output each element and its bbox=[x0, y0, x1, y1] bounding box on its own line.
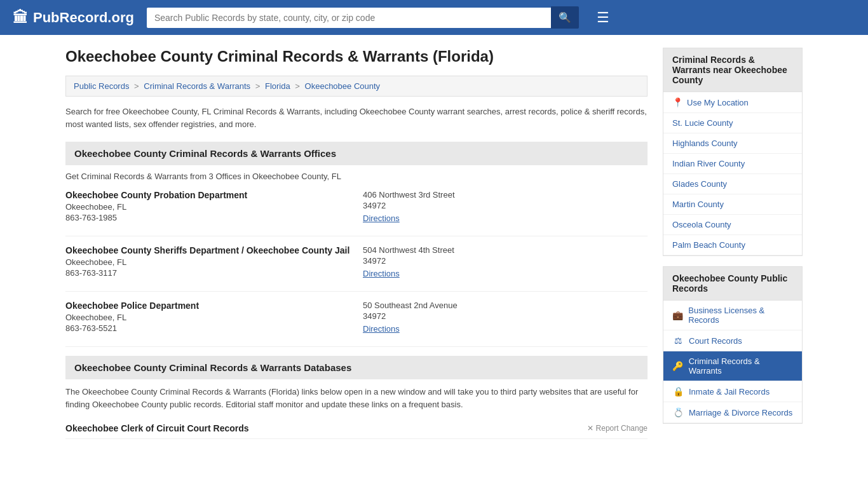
inmate-icon: 🔒 bbox=[672, 386, 684, 396]
location-icon: 📍 bbox=[672, 97, 683, 107]
office-2-name: Okeechobee County Sheriffs Department / … bbox=[65, 245, 350, 255]
nearby-county-highlands: Highlands County bbox=[663, 133, 802, 154]
nearby-county-glades-link[interactable]: Glades County bbox=[663, 174, 802, 194]
office-1-street: 406 Northwest 3rd Street bbox=[363, 190, 648, 200]
office-2-city: Okeechobee, FL bbox=[65, 257, 350, 267]
pubrecords-inmate-records-link[interactable]: 🔒 Inmate & Jail Records bbox=[663, 381, 802, 402]
breadcrumb-criminal-records[interactable]: Criminal Records & Warrants bbox=[144, 81, 250, 91]
search-button[interactable]: 🔍 bbox=[551, 6, 579, 29]
breadcrumb-sep3: > bbox=[295, 81, 302, 91]
office-3-directions[interactable]: Directions bbox=[363, 324, 400, 334]
nearby-county-palm-beach: Palm Beach County bbox=[663, 235, 802, 255]
office-3-name: Okeechobee Police Department bbox=[65, 301, 350, 311]
office-entry-1: Okeechobee County Probation Department O… bbox=[65, 190, 648, 223]
sidebar-pubrecords-header: Okeechobee County Public Records bbox=[663, 267, 802, 301]
offices-section-header: Okeechobee County Criminal Records & War… bbox=[65, 142, 648, 165]
office-3-zip: 34972 bbox=[363, 311, 648, 321]
databases-section-header: Okeechobee County Criminal Records & War… bbox=[65, 356, 648, 379]
report-change-label: Report Change bbox=[596, 424, 648, 433]
pubrecords-list: 💼 Business Licenses & Records ⚖ Court Re… bbox=[663, 301, 802, 423]
office-2-phone: 863-763-3117 bbox=[65, 268, 350, 278]
office-1-zip: 34972 bbox=[363, 201, 648, 210]
office-3-street: 50 Southeast 2nd Avenue bbox=[363, 301, 648, 310]
pubrecords-marriage-records: 💍 Marriage & Divorce Records bbox=[663, 402, 802, 423]
pubrecords-business-licenses-link[interactable]: 💼 Business Licenses & Records bbox=[663, 301, 802, 330]
site-logo[interactable]: 🏛 PubRecord.org bbox=[13, 9, 134, 27]
report-change-btn[interactable]: ✕ Report Change bbox=[587, 424, 648, 433]
pubrecords-marriage-records-link[interactable]: 💍 Marriage & Divorce Records bbox=[663, 402, 802, 423]
nearby-county-osceola: Osceola County bbox=[663, 215, 802, 235]
pubrecords-business-licenses: 💼 Business Licenses & Records bbox=[663, 301, 802, 330]
pubrecords-criminal-records: 🔑 Criminal Records & Warrants bbox=[663, 351, 802, 381]
nearby-county-osceola-link[interactable]: Osceola County bbox=[663, 215, 802, 234]
search-icon: 🔍 bbox=[559, 12, 571, 23]
nearby-county-st-lucie: St. Lucie County bbox=[663, 113, 802, 133]
marriage-icon: 💍 bbox=[672, 407, 684, 417]
nearby-county-palm-beach-link[interactable]: Palm Beach County bbox=[663, 235, 802, 255]
search-input[interactable] bbox=[147, 8, 551, 28]
pubrecords-business-label: Business Licenses & Records bbox=[688, 306, 793, 325]
use-location-label: Use My Location bbox=[687, 98, 749, 107]
nearby-county-highlands-link[interactable]: Highlands County bbox=[663, 133, 802, 153]
logo-icon: 🏛 bbox=[13, 9, 28, 27]
office-1-city: Okeechobee, FL bbox=[65, 202, 350, 212]
offices-section-desc: Get Criminal Records & Warrants from 3 O… bbox=[65, 172, 648, 181]
menu-button[interactable]: ☰ bbox=[597, 10, 609, 26]
breadcrumb: Public Records > Criminal Records & Warr… bbox=[65, 76, 648, 97]
pubrecords-criminal-label: Criminal Records & Warrants bbox=[689, 356, 793, 376]
office-1-name: Okeechobee County Probation Department bbox=[65, 190, 350, 200]
db-entry-1: Okeechobee Clerk of Circuit Court Record… bbox=[65, 418, 648, 439]
nearby-county-glades: Glades County bbox=[663, 174, 802, 194]
page-title: Okeechobee County Criminal Records & War… bbox=[65, 48, 648, 65]
breadcrumb-florida[interactable]: Florida bbox=[265, 81, 290, 91]
office-entry-2: Okeechobee County Sheriffs Department / … bbox=[65, 245, 648, 278]
pubrecords-inmate-label: Inmate & Jail Records bbox=[689, 387, 770, 396]
report-icon: ✕ bbox=[587, 424, 593, 433]
office-1-directions[interactable]: Directions bbox=[363, 214, 400, 223]
breadcrumb-public-records[interactable]: Public Records bbox=[74, 81, 129, 91]
site-header: 🏛 PubRecord.org 🔍 ☰ bbox=[0, 0, 868, 35]
nearby-counties-list: St. Lucie County Highlands County Indian… bbox=[663, 113, 802, 255]
pubrecords-criminal-records-link[interactable]: 🔑 Criminal Records & Warrants bbox=[663, 351, 802, 381]
office-3-phone: 863-763-5521 bbox=[65, 323, 350, 333]
nearby-county-martin-link[interactable]: Martin County bbox=[663, 194, 802, 214]
menu-icon: ☰ bbox=[597, 10, 609, 25]
nearby-county-indian-river: Indian River County bbox=[663, 154, 802, 174]
databases-section-desc: The Okeechobee County Criminal Records &… bbox=[65, 386, 648, 410]
search-bar: 🔍 bbox=[147, 6, 579, 29]
sidebar-pubrecords-section: Okeechobee County Public Records 💼 Busin… bbox=[663, 266, 803, 424]
office-2-directions[interactable]: Directions bbox=[363, 269, 400, 278]
nearby-county-martin: Martin County bbox=[663, 194, 802, 215]
breadcrumb-okeechobee[interactable]: Okeechobee County bbox=[305, 81, 381, 91]
main-content: Okeechobee County Criminal Records & War… bbox=[65, 48, 648, 439]
breadcrumb-sep1: > bbox=[134, 81, 141, 91]
breadcrumb-sep2: > bbox=[255, 81, 262, 91]
pubrecords-marriage-label: Marriage & Divorce Records bbox=[689, 408, 792, 417]
pubrecords-court-label: Court Records bbox=[689, 336, 742, 346]
sidebar: Criminal Records & Warrants near Okeecho… bbox=[663, 48, 803, 439]
court-icon: ⚖ bbox=[672, 336, 684, 346]
criminal-icon: 🔑 bbox=[672, 361, 684, 371]
pubrecords-inmate-records: 🔒 Inmate & Jail Records bbox=[663, 381, 802, 402]
office-1-phone: 863-763-1985 bbox=[65, 213, 350, 222]
office-entry-3: Okeechobee Police Department Okeechobee,… bbox=[65, 301, 648, 334]
logo-text: PubRecord.org bbox=[33, 10, 134, 26]
nearby-county-indian-river-link[interactable]: Indian River County bbox=[663, 154, 802, 173]
sidebar-nearby-header: Criminal Records & Warrants near Okeecho… bbox=[663, 48, 802, 92]
nearby-county-st-lucie-link[interactable]: St. Lucie County bbox=[663, 113, 802, 133]
use-my-location[interactable]: 📍 Use My Location bbox=[663, 92, 802, 113]
pubrecords-court-records-link[interactable]: ⚖ Court Records bbox=[663, 330, 802, 351]
office-3-city: Okeechobee, FL bbox=[65, 313, 350, 322]
intro-text: Search for free Okeechobee County, FL Cr… bbox=[65, 105, 648, 130]
office-2-zip: 34972 bbox=[363, 256, 648, 266]
office-2-street: 504 Northwest 4th Street bbox=[363, 245, 648, 255]
db-entry-1-name: Okeechobee Clerk of Circuit Court Record… bbox=[65, 423, 249, 433]
sidebar-nearby-section: Criminal Records & Warrants near Okeecho… bbox=[663, 48, 803, 256]
business-icon: 💼 bbox=[672, 310, 683, 320]
pubrecords-court-records: ⚖ Court Records bbox=[663, 330, 802, 351]
